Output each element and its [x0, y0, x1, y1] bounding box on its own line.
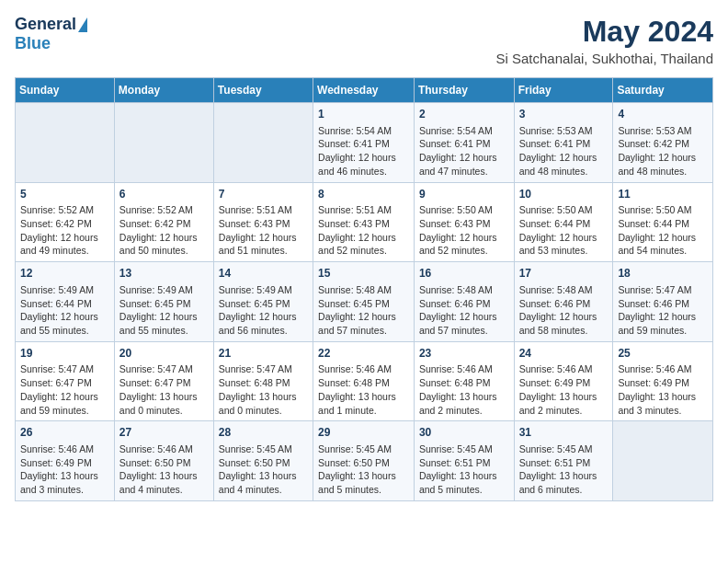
day-info-line: Sunset: 6:46 PM	[519, 297, 609, 311]
day-info-line: Sunrise: 5:51 AM	[219, 203, 308, 217]
day-info-line: and 59 minutes.	[618, 324, 708, 338]
day-info-line: Daylight: 12 hours	[119, 310, 209, 324]
day-info-line: Daylight: 12 hours	[219, 310, 308, 324]
calendar-week-row: 1Sunrise: 5:54 AMSunset: 6:41 PMDaylight…	[16, 103, 713, 183]
calendar-cell: 19Sunrise: 5:47 AMSunset: 6:47 PMDayligh…	[16, 341, 115, 421]
calendar-cell: 24Sunrise: 5:46 AMSunset: 6:49 PMDayligh…	[514, 341, 613, 421]
day-info-line: Daylight: 12 hours	[20, 310, 109, 324]
day-info-line: Daylight: 12 hours	[519, 231, 609, 245]
day-info-line: Sunset: 6:42 PM	[618, 137, 708, 151]
day-info-line: Sunset: 6:43 PM	[219, 217, 308, 231]
day-info-line: Daylight: 12 hours	[419, 310, 509, 324]
day-info-line: Daylight: 12 hours	[219, 231, 308, 245]
day-info-line: Sunset: 6:49 PM	[20, 456, 109, 470]
day-info-line: and 47 minutes.	[419, 165, 509, 178]
day-info-line: Daylight: 13 hours	[119, 469, 209, 483]
day-number: 28	[219, 425, 308, 441]
day-info-line: Sunrise: 5:49 AM	[119, 283, 209, 297]
day-info-line: Sunrise: 5:45 AM	[519, 442, 609, 456]
day-info-line: Sunset: 6:51 PM	[419, 456, 509, 470]
day-info-line: Daylight: 13 hours	[419, 390, 509, 404]
day-info-line: Sunrise: 5:52 AM	[119, 203, 209, 217]
day-number: 20	[119, 346, 209, 362]
calendar-cell: 29Sunrise: 5:45 AMSunset: 6:50 PMDayligh…	[313, 421, 415, 501]
weekday-header-wednesday: Wednesday	[313, 78, 415, 103]
day-info-line: Sunrise: 5:46 AM	[318, 362, 409, 376]
day-info-line: Sunrise: 5:45 AM	[219, 442, 308, 456]
day-info-line: and 52 minutes.	[318, 244, 409, 258]
calendar-cell: 4Sunrise: 5:53 AMSunset: 6:42 PMDaylight…	[613, 103, 713, 183]
day-number: 23	[419, 346, 509, 362]
day-info-line: Sunset: 6:48 PM	[419, 376, 509, 390]
day-info-line: and 52 minutes.	[419, 244, 509, 258]
day-info-line: and 53 minutes.	[519, 244, 609, 258]
day-number: 27	[119, 425, 209, 441]
day-info-line: Sunset: 6:41 PM	[519, 137, 609, 151]
day-info-line: Sunrise: 5:49 AM	[20, 283, 109, 297]
day-info-line: and 4 minutes.	[119, 483, 209, 497]
calendar-cell: 30Sunrise: 5:45 AMSunset: 6:51 PMDayligh…	[414, 421, 514, 501]
day-info-line: Daylight: 12 hours	[318, 151, 409, 165]
weekday-header-tuesday: Tuesday	[213, 78, 313, 103]
calendar-week-row: 19Sunrise: 5:47 AMSunset: 6:47 PMDayligh…	[16, 341, 713, 421]
day-number: 13	[119, 266, 209, 282]
calendar-cell: 14Sunrise: 5:49 AMSunset: 6:45 PMDayligh…	[213, 262, 313, 342]
day-number: 8	[318, 187, 409, 202]
calendar-cell	[213, 103, 313, 183]
day-info-line: and 4 minutes.	[219, 483, 308, 497]
day-info-line: and 3 minutes.	[618, 404, 708, 418]
calendar-cell: 23Sunrise: 5:46 AMSunset: 6:48 PMDayligh…	[414, 341, 514, 421]
logo: General Blue	[15, 15, 87, 53]
day-info-line: Daylight: 13 hours	[519, 469, 609, 483]
calendar-cell	[16, 103, 115, 183]
day-info-line: Daylight: 13 hours	[618, 390, 708, 404]
day-info-line: Daylight: 12 hours	[20, 231, 109, 245]
day-info-line: Sunset: 6:50 PM	[219, 456, 308, 470]
calendar-cell: 21Sunrise: 5:47 AMSunset: 6:48 PMDayligh…	[213, 341, 313, 421]
day-info-line: Sunrise: 5:52 AM	[20, 203, 109, 217]
logo-general-text: General	[15, 15, 76, 34]
day-info-line: Sunrise: 5:51 AM	[318, 203, 409, 217]
day-number: 21	[219, 346, 308, 362]
calendar-cell: 1Sunrise: 5:54 AMSunset: 6:41 PMDaylight…	[313, 103, 415, 183]
day-info-line: Daylight: 12 hours	[519, 151, 609, 165]
calendar-cell: 16Sunrise: 5:48 AMSunset: 6:46 PMDayligh…	[414, 262, 514, 342]
calendar-cell: 13Sunrise: 5:49 AMSunset: 6:45 PMDayligh…	[114, 262, 213, 342]
day-info-line: and 0 minutes.	[119, 404, 209, 418]
day-info-line: Daylight: 12 hours	[20, 390, 109, 404]
day-info-line: Sunset: 6:42 PM	[119, 217, 209, 231]
calendar-cell: 7Sunrise: 5:51 AMSunset: 6:43 PMDaylight…	[213, 182, 313, 262]
calendar-cell: 25Sunrise: 5:46 AMSunset: 6:49 PMDayligh…	[613, 341, 713, 421]
day-info-line: Sunrise: 5:50 AM	[419, 203, 509, 217]
calendar-cell: 18Sunrise: 5:47 AMSunset: 6:46 PMDayligh…	[613, 262, 713, 342]
calendar-cell: 5Sunrise: 5:52 AMSunset: 6:42 PMDaylight…	[16, 182, 115, 262]
day-info-line: Sunrise: 5:50 AM	[519, 203, 609, 217]
calendar-cell: 10Sunrise: 5:50 AMSunset: 6:44 PMDayligh…	[514, 182, 613, 262]
day-info-line: and 50 minutes.	[119, 244, 209, 258]
weekday-header-friday: Friday	[514, 78, 613, 103]
day-info-line: Daylight: 13 hours	[519, 390, 609, 404]
calendar-cell: 15Sunrise: 5:48 AMSunset: 6:45 PMDayligh…	[313, 262, 415, 342]
day-info-line: Sunrise: 5:50 AM	[618, 203, 708, 217]
day-number: 7	[219, 187, 308, 202]
day-info-line: Sunset: 6:43 PM	[318, 217, 409, 231]
day-info-line: Sunset: 6:49 PM	[519, 376, 609, 390]
day-number: 24	[519, 346, 609, 362]
calendar-cell: 12Sunrise: 5:49 AMSunset: 6:44 PMDayligh…	[16, 262, 115, 342]
day-info-line: and 1 minute.	[318, 404, 409, 418]
day-info-line: Sunrise: 5:46 AM	[618, 362, 708, 376]
calendar-cell	[114, 103, 213, 183]
day-info-line: and 5 minutes.	[419, 483, 509, 497]
day-info-line: and 46 minutes.	[318, 165, 409, 178]
day-info-line: Daylight: 13 hours	[219, 390, 308, 404]
day-number: 17	[519, 266, 609, 282]
day-info-line: and 54 minutes.	[618, 244, 708, 258]
calendar-cell: 2Sunrise: 5:54 AMSunset: 6:41 PMDaylight…	[414, 103, 514, 183]
day-number: 31	[519, 425, 609, 441]
day-info-line: Sunset: 6:46 PM	[618, 297, 708, 311]
calendar-cell: 17Sunrise: 5:48 AMSunset: 6:46 PMDayligh…	[514, 262, 613, 342]
day-info-line: Sunrise: 5:53 AM	[519, 124, 609, 138]
day-info-line: and 51 minutes.	[219, 244, 308, 258]
weekday-header-saturday: Saturday	[613, 78, 713, 103]
calendar-cell: 20Sunrise: 5:47 AMSunset: 6:47 PMDayligh…	[114, 341, 213, 421]
